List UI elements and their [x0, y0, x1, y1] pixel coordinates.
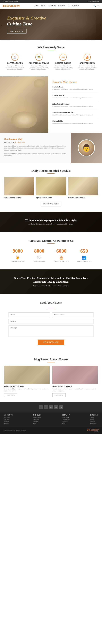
form-row-1 [9, 312, 93, 317]
special-item-waffles: Meal of Classic Waffles [68, 177, 98, 198]
footer-blog-link-4[interactable]: Tags [33, 423, 42, 424]
serve-salads-desc: Lorem ipsum dolor sit amet consectetur a… [28, 65, 50, 71]
twitter-icon[interactable]: t [44, 405, 48, 409]
serve-item-cuisine: 🍽 Inspired Cuisine Lorem ipsum dolor sit… [52, 54, 74, 71]
course-borscht-name: Russian Borscht [52, 94, 98, 96]
course-chicken: Asian Roasted Chicken Lorem ipsum dolor … [52, 103, 98, 109]
footer-about-link-2[interactable]: The Blog [4, 419, 13, 420]
nav-content[interactable]: CONTENT [49, 5, 56, 6]
specials-section: Daily Recommended Specials Asian Roasted… [0, 163, 102, 212]
special-item-chicken: Asian Roasted Chicken [4, 177, 34, 198]
footer-explore-link-2[interactable]: Events [90, 419, 98, 420]
serve-section: We Pleasantly Serve ☕ Coffee & Drinks Lo… [0, 40, 102, 76]
courses-food-visual [0, 76, 48, 133]
course-chicken-name: Asian Roasted Chicken [52, 103, 98, 105]
drinks-icon: 🍺 [11, 255, 25, 260]
blog-item-2: Mary's 30th Birthday Party Lorem ipsum d… [52, 366, 98, 397]
nav-explore[interactable]: EXPLORE [58, 5, 66, 6]
footer-contact-title: CONTACT [62, 414, 70, 416]
footer-explore-link-3[interactable]: Specials [90, 421, 98, 422]
footer-social: f t g+ in p [0, 402, 102, 412]
staff-desc2: Lorem ipsum dolor sit amet, consectetur … [4, 152, 67, 157]
hero-prev-arrow[interactable]: ‹ [2, 22, 3, 26]
special-soup-image [36, 177, 66, 196]
footer-contact-link-2[interactable]: Location Map [62, 419, 70, 420]
message-textarea[interactable] [9, 326, 93, 337]
nav-home[interactable]: HOME [34, 5, 39, 6]
salad-icon: 🥗 [35, 54, 43, 61]
footer-explore-link-4[interactable]: Reservations [90, 423, 98, 424]
fact-desserts: 6000 🎂 Desserts Eaten [54, 248, 69, 262]
email-input[interactable] [52, 312, 93, 317]
send-message-button[interactable]: Send Message [38, 340, 64, 345]
serve-salads-title: Appetizers & Salads [28, 62, 50, 64]
course-borscht: Russian Borscht Lorem ipsum dolor sit am… [52, 94, 98, 101]
blog-item-1: Private Bachelorette Party Lorem ipsum d… [4, 366, 50, 397]
staff-desc1: Lorem ipsum dolor sit amet, consectetur … [4, 145, 67, 151]
blog-grid: Private Bachelorette Party Lorem ipsum d… [4, 366, 98, 397]
footer-bottom: © 2024 DelicateSeen. All rights reserved… [0, 427, 102, 434]
course-pizza-name: Prosciutto & Mushroom Pizza [52, 112, 98, 114]
course-porketta: Porketta Roast Lorem ipsum dolor sit ame… [52, 86, 98, 92]
events-icon: 👥 [77, 255, 91, 260]
special-chicken-name: Asian Roasted Chicken [4, 197, 34, 198]
special-chicken-image [4, 177, 34, 196]
fact-events-number: 650 [77, 248, 91, 254]
booking-section: Book Your Event Send Message [0, 294, 102, 352]
footer-explore-link-1[interactable]: Gallery [90, 417, 98, 418]
coffee-icon: ☕ [11, 54, 18, 61]
footer-about-title: ABOUT US [4, 414, 13, 416]
googleplus-icon[interactable]: g+ [49, 405, 53, 409]
special-waffles-name: Meal of Classic Waffles [68, 197, 98, 198]
social-icons: f t g+ in p [3, 405, 99, 409]
facebook-icon[interactable]: f [39, 405, 43, 409]
serve-coffee-desc: Lorem ipsum dolor sit amet consectetur a… [4, 65, 26, 71]
search-icon[interactable]: 🔍 [93, 4, 96, 7]
footer-contact-link-1[interactable]: Get In Touch [62, 417, 70, 418]
nav-links: HOME ABOUT CONTENT EXPLORE VE STORIES [34, 5, 79, 6]
fact-desserts-number: 6000 [54, 248, 69, 254]
footer-col-explore: EXPLORE Gallery Events Specials Reservat… [90, 414, 98, 425]
nav-icons: 🔍 ☰ [93, 4, 99, 7]
name-input[interactable] [9, 312, 50, 317]
pinterest-icon[interactable]: p [59, 405, 63, 409]
staff-avatar: 👨 [78, 140, 95, 156]
course-fish-desc: Lorem ipsum dolor sit amet consectetur a… [52, 123, 98, 124]
blog-desc-2: Lorem ipsum dolor sit amet, consectetur … [52, 388, 98, 392]
footer-copyright: © 2024 DelicateSeen. All rights reserved… [3, 430, 26, 431]
nav-stories[interactable]: STORIES [72, 5, 79, 6]
hero-next-arrow[interactable]: › [99, 22, 100, 26]
readmore-button-2[interactable]: READ MORE [52, 393, 66, 397]
serve-grid: ☕ Coffee & Drinks Lorem ipsum dolor sit … [4, 54, 98, 71]
facts-title: Facts You Should Know About Us [4, 239, 98, 242]
site-logo[interactable]: DelicateSeen [3, 4, 20, 8]
menu-icon[interactable]: ☰ [97, 4, 99, 7]
linkedin-icon[interactable]: in [54, 405, 58, 409]
serve-item-coffee: ☕ Coffee & Drinks Lorem ipsum dolor sit … [4, 54, 26, 71]
subject-input[interactable] [9, 319, 93, 324]
footer-blog-link-1[interactable]: Recent Posts [33, 417, 42, 418]
footer-contact-link-4[interactable]: Hours [62, 423, 70, 424]
facts-section: Facts You Should Know About Us 9000 🍺 Dr… [0, 232, 102, 270]
footer-about-link-3[interactable]: Contact [4, 421, 13, 422]
footer-contact-link-3[interactable]: Directions [62, 421, 70, 422]
footer-blog-title: THE BLOG [33, 414, 42, 416]
footer-about-link-1[interactable]: Our Story [4, 417, 13, 418]
nav-ve[interactable]: VE [68, 5, 70, 6]
courses-food-image [0, 76, 48, 133]
hero-cta-button[interactable]: Find Out More [7, 29, 27, 34]
readmore-button-1[interactable]: READ MORE [4, 393, 18, 397]
special-soup-name: Spiced Salmon Soup [36, 197, 66, 198]
serve-item-sweets: 🍰 Sweet Delights Lorem ipsum dolor sit a… [76, 54, 98, 71]
serve-title-bar [47, 50, 55, 50]
load-more-button[interactable]: LOAD MORE ITEMS [40, 202, 62, 206]
footer-col-about: ABOUT US Our Story The Blog Contact Expl… [4, 414, 13, 425]
footer-blog-link-2[interactable]: Categories [33, 419, 42, 420]
footer-blog-link-3[interactable]: Archives [33, 421, 42, 422]
footer-nav: ABOUT US Our Story The Blog Contact Expl… [0, 412, 102, 427]
blog-desc-1: Lorem ipsum dolor sit amet, consectetur … [4, 388, 50, 392]
facts-grid: 9000 🍺 Drinks Served 8000 🍽 Meals Served… [4, 248, 98, 262]
footer-about-link-4[interactable]: Explore [4, 423, 13, 424]
nav-about[interactable]: ABOUT [41, 5, 46, 6]
fact-drinks-label: Drinks Served [11, 261, 25, 262]
